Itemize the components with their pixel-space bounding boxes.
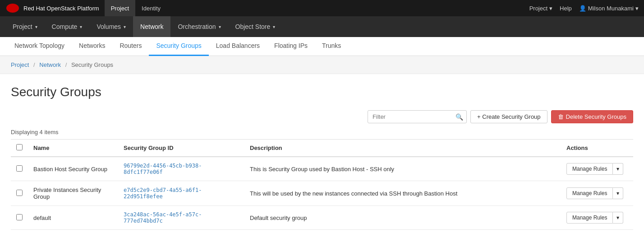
toolbar: 🔍 + Create Security Group 🗑 Delete Secur…: [11, 110, 633, 123]
chevron-down-icon: ▾: [35, 24, 37, 29]
row-name-1: Private Instances Security Group: [28, 181, 118, 206]
page-title: Security Groups: [11, 85, 633, 99]
main-nav-project[interactable]: Project ▾: [5, 16, 45, 37]
col-header-name: Name: [28, 140, 118, 157]
row-checkbox-0[interactable]: [16, 165, 23, 172]
top-nav-project[interactable]: Project: [105, 0, 135, 16]
svg-point-0: [6, 4, 19, 13]
subnav-load-balancers[interactable]: Load Balancers: [209, 37, 267, 56]
action-btn-group-2: Manage Rules ▾: [566, 212, 628, 224]
manage-rules-dropdown-button-2[interactable]: ▾: [613, 212, 623, 224]
row-name-0: Bastion Host Security Group: [28, 157, 118, 181]
action-btn-group-0: Manage Rules ▾: [566, 163, 628, 175]
redhat-logo: [5, 3, 20, 14]
chevron-down-icon: ▾: [273, 24, 275, 29]
search-icon-button[interactable]: 🔍: [455, 113, 463, 121]
sub-nav: Network Topology Networks Routers Securi…: [0, 37, 644, 56]
create-security-group-button[interactable]: + Create Security Group: [470, 110, 547, 123]
subnav-floating-ips[interactable]: Floating IPs: [267, 37, 315, 56]
breadcrumb-current: Security Groups: [71, 61, 113, 68]
row-check-cell: [11, 181, 28, 206]
breadcrumb-sep-2: /: [65, 61, 67, 68]
row-description-0: This is Security Group used by Bastion H…: [244, 157, 561, 181]
top-bar: Red Hat OpenStack Platform Project Ident…: [0, 0, 644, 16]
row-id-1: e7d5c2e9-cbd7-4a55-a6f1-22d951f8efee: [118, 181, 244, 206]
row-check-cell: [11, 206, 28, 230]
top-bar-left: Red Hat OpenStack Platform Project Ident…: [5, 0, 167, 16]
table-wrap: Name Security Group ID Description Actio…: [11, 139, 633, 230]
security-groups-table: Name Security Group ID Description Actio…: [11, 139, 633, 230]
row-id-0: 96799e2d-4456-45cb-b938-8dfc1f77e06f: [118, 157, 244, 181]
brand-text: Red Hat OpenStack Platform: [23, 5, 99, 12]
top-right-help[interactable]: Help: [560, 5, 572, 12]
chevron-down-icon-user: ▾: [635, 5, 639, 12]
col-header-description: Description: [244, 140, 561, 157]
item-count: Displaying 4 items: [11, 129, 633, 135]
action-btn-group-1: Manage Rules ▾: [566, 187, 628, 199]
top-bar-right: Project ▾ Help 👤 Milson Munakami ▾: [529, 5, 639, 12]
chevron-down-icon: ▾: [219, 24, 221, 29]
subnav-routers[interactable]: Routers: [112, 37, 149, 56]
chevron-down-icon: ▾: [549, 5, 552, 12]
select-all-checkbox[interactable]: [16, 144, 23, 150]
row-check-cell: [11, 157, 28, 181]
main-nav-orchestration[interactable]: Orchestration ▾: [170, 16, 228, 37]
top-bar-nav: Project Identity: [105, 0, 167, 16]
subnav-trunks[interactable]: Trunks: [315, 37, 348, 56]
table-row: Private Instances Security Group e7d5c2e…: [11, 181, 633, 206]
col-header-actions: Actions: [561, 140, 633, 157]
main-nav-object-store[interactable]: Object Store ▾: [228, 16, 283, 37]
content-area: Security Groups 🔍 + Create Security Grou…: [0, 74, 644, 230]
top-nav-identity[interactable]: Identity: [135, 0, 167, 16]
filter-input-wrap: 🔍: [368, 110, 467, 123]
row-description-2: Default security group: [244, 206, 561, 230]
breadcrumb-sep-1: /: [33, 61, 35, 68]
main-nav: Project ▾ Compute ▾ Volumes ▾ Network Or…: [0, 16, 644, 37]
row-description-1: This will be used by the new instances c…: [244, 181, 561, 206]
chevron-down-icon: ▾: [80, 24, 82, 29]
table-header-row: Name Security Group ID Description Actio…: [11, 140, 633, 157]
row-actions-2: Manage Rules ▾: [561, 206, 633, 230]
filter-input[interactable]: [368, 110, 467, 123]
breadcrumb-project[interactable]: Project: [11, 61, 29, 68]
subnav-network-topology[interactable]: Network Topology: [7, 37, 72, 56]
chevron-down-icon: ▾: [124, 24, 126, 29]
user-icon: 👤: [579, 5, 586, 12]
table-row: default 3ca248ac-56ac-4e5f-a57c-777ed74b…: [11, 206, 633, 230]
manage-rules-button-1[interactable]: Manage Rules: [566, 187, 613, 199]
manage-rules-dropdown-button-1[interactable]: ▾: [613, 187, 623, 199]
table-row: Bastion Host Security Group 96799e2d-445…: [11, 157, 633, 181]
manage-rules-button-2[interactable]: Manage Rules: [566, 212, 613, 224]
top-right-user[interactable]: 👤 Milson Munakami ▾: [579, 5, 639, 12]
col-header-id: Security Group ID: [118, 140, 244, 157]
row-checkbox-2[interactable]: [16, 214, 23, 220]
row-actions-1: Manage Rules ▾: [561, 181, 633, 206]
top-right-project[interactable]: Project ▾: [529, 5, 552, 12]
col-header-check: [11, 140, 28, 157]
row-id-2: 3ca248ac-56ac-4e5f-a57c-777ed74bbd7c: [118, 206, 244, 230]
row-name-2: default: [28, 206, 118, 230]
breadcrumb: Project / Network / Security Groups: [0, 56, 644, 74]
main-nav-volumes[interactable]: Volumes ▾: [89, 16, 133, 37]
manage-rules-dropdown-button-0[interactable]: ▾: [613, 163, 623, 175]
main-nav-compute[interactable]: Compute ▾: [45, 16, 90, 37]
subnav-security-groups[interactable]: Security Groups: [149, 37, 208, 56]
table-body: Bastion Host Security Group 96799e2d-445…: [11, 157, 633, 230]
row-checkbox-1[interactable]: [16, 190, 23, 196]
table-header: Name Security Group ID Description Actio…: [11, 140, 633, 157]
subnav-networks[interactable]: Networks: [72, 37, 112, 56]
manage-rules-button-0[interactable]: Manage Rules: [566, 163, 613, 175]
breadcrumb-network[interactable]: Network: [39, 61, 61, 68]
delete-security-groups-button[interactable]: 🗑 Delete Security Groups: [551, 110, 633, 123]
row-actions-0: Manage Rules ▾: [561, 157, 633, 181]
brand: Red Hat OpenStack Platform: [5, 3, 99, 14]
trash-icon: 🗑: [558, 113, 564, 120]
main-nav-network[interactable]: Network: [133, 16, 170, 37]
